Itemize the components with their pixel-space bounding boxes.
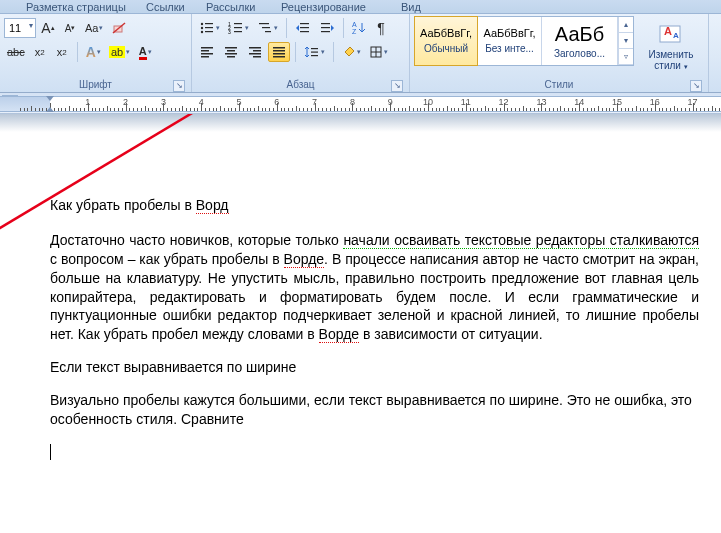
svg-rect-8 [234,23,242,24]
styles-dialog-launcher[interactable]: ↘ [690,80,702,92]
style-item-heading1[interactable]: АаБб Заголово... [542,17,618,65]
doc-paragraph-3: Визуально пробелы кажутся большими, если… [50,391,699,429]
change-case-button[interactable]: Aa▾ [82,18,106,38]
svg-rect-24 [201,47,213,49]
document-body[interactable]: Как убрать пробелы в Ворд Достаточно час… [50,196,699,476]
tab-view[interactable]: Вид [395,1,427,14]
ribbon: 11 A▴ A▾ Aa▾ abc x2 x2 A▾ ab▾ [0,14,721,93]
svg-rect-15 [265,31,271,32]
group-styles: АаБбВвГг, Обычный АаБбВвГг, Без инте... … [410,14,709,92]
styles-gallery[interactable]: АаБбВвГг, Обычный АаБбВвГг, Без инте... … [414,16,634,66]
text-cursor [50,444,51,460]
tab-review[interactable]: Рецензирование [275,1,372,14]
group-font: 11 A▴ A▾ Aa▾ abc x2 x2 A▾ ab▾ [0,14,192,92]
horizontal-ruler[interactable]: 1234567891011121314151617 [0,93,721,114]
svg-rect-10 [234,27,242,28]
font-size-combo[interactable]: 11 [4,18,36,38]
increase-indent-button[interactable] [316,18,338,38]
page-top-edge [0,114,721,132]
highlight-button[interactable]: ab▾ [106,42,133,62]
svg-rect-26 [201,53,213,55]
strikethrough-button[interactable]: abc [4,42,28,62]
svg-rect-30 [225,53,237,55]
grow-font-button[interactable]: A▴ [38,18,58,38]
svg-rect-32 [249,47,261,49]
tab-page-layout[interactable]: Разметка страницы [20,1,132,14]
text-effects-button[interactable]: A▾ [83,42,104,62]
show-paragraph-marks-button[interactable]: ¶ [371,18,391,38]
svg-rect-41 [311,52,318,53]
font-dialog-launcher[interactable]: ↘ [173,80,185,92]
svg-rect-39 [273,56,285,58]
svg-point-1 [201,23,203,25]
group-font-label: Шрифт ↘ [4,78,187,92]
svg-rect-21 [321,31,330,32]
svg-rect-34 [249,53,261,55]
align-center-button[interactable] [220,42,242,62]
align-left-button[interactable] [196,42,218,62]
doc-paragraph-1: Достаточно часто новичков, которые тольк… [50,231,699,344]
align-right-button[interactable] [244,42,266,62]
svg-rect-17 [300,27,309,28]
group-paragraph-label: Абзац ↘ [196,78,405,92]
numbering-button[interactable]: 123▾ [225,18,252,38]
clear-formatting-button[interactable] [108,18,130,38]
document-area[interactable]: Как убрать пробелы в Ворд Достаточно час… [0,114,721,533]
svg-rect-40 [311,48,318,49]
svg-rect-38 [273,53,285,55]
svg-text:3: 3 [228,29,231,35]
svg-rect-29 [227,50,235,52]
svg-rect-19 [321,23,330,24]
bullets-button[interactable]: ▾ [196,18,223,38]
svg-text:Z: Z [352,28,357,35]
group-editing-clipped [709,14,721,92]
decrease-indent-button[interactable] [292,18,314,38]
group-styles-label: Стили ↘ [414,78,704,92]
svg-text:A: A [664,25,672,37]
shrink-font-button[interactable]: A▾ [60,18,80,38]
sort-button[interactable]: AZ [349,18,369,38]
ribbon-tab-strip: Разметка страницы Ссылки Рассылки Реценз… [0,0,721,14]
shading-button[interactable]: ▾ [339,42,364,62]
svg-rect-18 [300,31,309,32]
svg-rect-25 [201,50,209,52]
svg-rect-12 [234,31,242,32]
doc-cursor-line [50,443,699,462]
svg-rect-27 [201,56,209,58]
svg-rect-20 [321,27,330,28]
svg-point-3 [201,27,203,29]
tab-references[interactable]: Ссылки [140,1,191,14]
multilevel-list-button[interactable]: ▾ [254,18,281,38]
styles-gallery-scroll[interactable]: ▴▾▿ [618,17,633,65]
subscript-button[interactable]: x2 [30,42,50,62]
borders-button[interactable]: ▾ [366,42,391,62]
svg-point-5 [201,31,203,33]
svg-rect-6 [205,31,213,32]
svg-rect-42 [311,55,318,56]
justify-button[interactable] [268,42,290,62]
tab-mailings[interactable]: Рассылки [200,1,261,14]
svg-rect-37 [273,50,285,52]
svg-rect-31 [227,56,235,58]
superscript-button[interactable]: x2 [52,42,72,62]
svg-text:A: A [352,21,357,28]
style-item-normal[interactable]: АаБбВвГг, Обычный [414,16,478,66]
svg-rect-14 [262,27,270,28]
doc-paragraph-2: Если текст выравнивается по ширине [50,358,699,377]
svg-rect-33 [253,50,261,52]
change-styles-button[interactable]: A A Изменить стили ▾ [640,16,702,78]
svg-rect-13 [259,23,269,24]
svg-rect-35 [253,56,261,58]
paragraph-dialog-launcher[interactable]: ↘ [391,80,403,92]
font-color-button[interactable]: A▾ [135,42,155,62]
doc-heading: Как убрать пробелы в Ворд [50,196,699,215]
svg-rect-16 [300,23,309,24]
style-item-no-spacing[interactable]: АаБбВвГг, Без инте... [478,17,542,65]
svg-rect-4 [205,27,213,28]
svg-rect-2 [205,23,213,24]
line-spacing-button[interactable]: ▾ [301,42,328,62]
group-paragraph: ▾ 123▾ ▾ AZ ¶ [192,14,410,92]
font-size-value: 11 [9,22,21,34]
svg-rect-28 [225,47,237,49]
svg-rect-36 [273,47,285,49]
